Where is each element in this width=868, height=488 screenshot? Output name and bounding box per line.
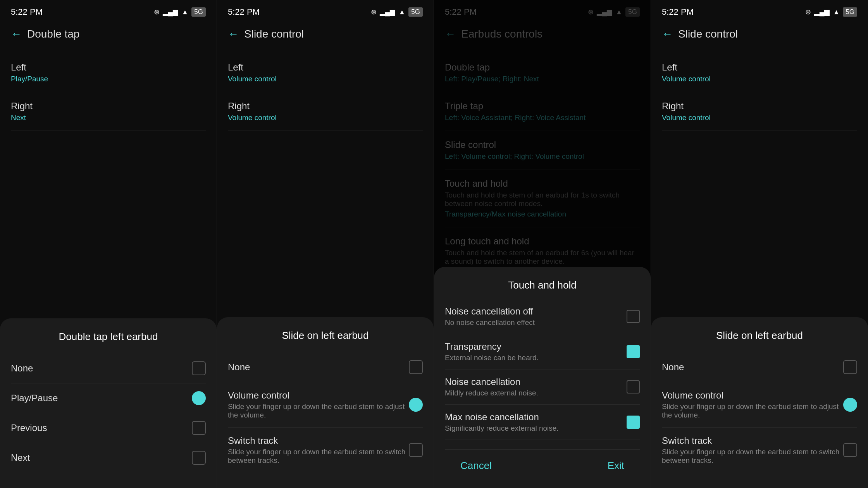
dialog-option-nc-off[interactable]: Noise cancellation off No noise cancella… — [445, 299, 640, 334]
option-label-volume-2: Volume control — [228, 390, 409, 401]
option-sub-switch-4: Slide your finger up or down the earbud … — [662, 448, 843, 465]
radio-volume-2[interactable] — [409, 398, 423, 412]
left-title-4: Left — [662, 62, 857, 73]
screen4: 5:22 PM ⊛ ▂▄▆ ▲ 5G ← Slide control Left … — [651, 0, 868, 488]
battery-label: 5G — [191, 7, 206, 17]
right-title-2: Right — [228, 101, 423, 112]
option-label-switch-4: Switch track — [662, 435, 843, 446]
option-switch-4[interactable]: Switch track Slide your finger up or dow… — [662, 428, 857, 473]
radio-switch-4[interactable] — [843, 443, 857, 457]
menu-item-right-1[interactable]: Right Next — [11, 92, 206, 131]
option-playpause-1[interactable]: Play/Pause — [11, 383, 206, 413]
max-nc-sub: Significantly reduce external noise. — [445, 424, 559, 433]
menu-item-right-2[interactable]: Right Volume control — [228, 92, 423, 131]
status-bar-4: 5:22 PM ⊛ ▂▄▆ ▲ 5G — [651, 0, 868, 22]
option-label-previous-1: Previous — [11, 423, 47, 433]
dialog-title-3: Touch and hold — [445, 279, 640, 291]
back-button-1[interactable]: ← — [11, 28, 22, 40]
right-title-4: Right — [662, 101, 857, 112]
screen2: 5:22 PM ⊛ ▂▄▆ ▲ 5G ← Slide control Left … — [217, 0, 434, 488]
time-1: 5:22 PM — [11, 7, 43, 17]
cancel-button[interactable]: Cancel — [445, 456, 507, 476]
header-4[interactable]: ← Slide control — [651, 22, 868, 50]
bluetooth-icon: ⊛ — [154, 8, 160, 16]
nc-label: Noise cancellation — [445, 376, 538, 387]
nc-sub: Mildly reduce external noise. — [445, 389, 538, 397]
signal-icon-4: ▂▄▆ — [814, 8, 830, 16]
bluetooth-icon-2: ⊛ — [371, 8, 377, 16]
menu-item-left-4[interactable]: Left Volume control — [662, 53, 857, 92]
touch-hold-dialog: Touch and hold Noise cancellation off No… — [434, 267, 651, 488]
option-previous-1[interactable]: Previous — [11, 413, 206, 443]
bottom-sheet-1: Double tap left earbud None Play/Pause P… — [0, 318, 217, 488]
radio-volume-4[interactable] — [843, 398, 857, 412]
bottom-sheet-2: Slide on left earbud None Volume control… — [217, 317, 434, 488]
status-bar-2: 5:22 PM ⊛ ▂▄▆ ▲ 5G — [217, 0, 434, 22]
right-subtitle-1: Next — [11, 113, 206, 122]
bottom-sheet-title-4: Slide on left earbud — [662, 330, 857, 342]
checkbox-max-nc[interactable] — [627, 416, 640, 429]
header-1[interactable]: ← Double tap — [0, 22, 217, 50]
menu-item-left-1[interactable]: Left Play/Pause — [11, 53, 206, 92]
transparency-sub: External noise can be heard. — [445, 354, 539, 362]
option-sub-switch-2: Slide your finger up or down the earbud … — [228, 448, 409, 465]
option-label-next-1: Next — [11, 452, 30, 463]
bluetooth-icon-4: ⊛ — [805, 8, 811, 16]
bottom-sheet-title-1: Double tap left earbud — [11, 331, 206, 343]
option-label-none-4: None — [662, 362, 684, 373]
option-label-playpause-1: Play/Pause — [11, 393, 58, 404]
option-none-1[interactable]: None — [11, 354, 206, 383]
exit-button[interactable]: Exit — [592, 456, 640, 476]
time-2: 5:22 PM — [228, 7, 260, 17]
header-2[interactable]: ← Slide control — [217, 22, 434, 50]
option-switch-2[interactable]: Switch track Slide your finger up or dow… — [228, 428, 423, 473]
option-label-none-2: None — [228, 362, 250, 373]
dialog-option-transparency[interactable]: Transparency External noise can be heard… — [445, 334, 640, 369]
status-icons-2: ⊛ ▂▄▆ ▲ 5G — [371, 7, 423, 17]
radio-next-1[interactable] — [192, 451, 206, 465]
back-button-4[interactable]: ← — [662, 28, 673, 40]
max-nc-label: Max noise cancellation — [445, 412, 559, 423]
status-icons-1: ⊛ ▂▄▆ ▲ 5G — [154, 7, 206, 17]
option-label-switch-2: Switch track — [228, 435, 409, 446]
dialog-option-nc[interactable]: Noise cancellation Mildly reduce externa… — [445, 369, 640, 405]
option-none-4[interactable]: None — [662, 352, 857, 382]
left-title-2: Left — [228, 62, 423, 73]
checkbox-nc[interactable] — [627, 380, 640, 393]
menu-item-left-2[interactable]: Left Volume control — [228, 53, 423, 92]
back-button-2[interactable]: ← — [228, 28, 239, 40]
radio-none-2[interactable] — [409, 360, 423, 374]
option-label-volume-4: Volume control — [662, 390, 843, 401]
option-volume-2[interactable]: Volume control Slide your finger up or d… — [228, 382, 423, 428]
radio-switch-2[interactable] — [409, 443, 423, 457]
status-bar-1: 5:22 PM ⊛ ▂▄▆ ▲ 5G — [0, 0, 217, 22]
right-subtitle-2: Volume control — [228, 113, 423, 122]
wifi-icon-4: ▲ — [833, 8, 840, 16]
screen-title-2: Slide control — [244, 28, 304, 40]
dialog-buttons-3: Cancel Exit — [445, 449, 640, 476]
checkbox-transparency[interactable] — [627, 345, 640, 358]
option-volume-4[interactable]: Volume control Slide your finger up or d… — [662, 382, 857, 428]
menu-item-right-4[interactable]: Right Volume control — [662, 92, 857, 131]
bottom-sheet-title-2: Slide on left earbud — [228, 330, 423, 342]
radio-playpause-1[interactable] — [192, 391, 206, 405]
screen3: 5:22 PM ⊛ ▂▄▆ ▲ 5G ← Earbuds controls Do… — [434, 0, 651, 488]
left-title-1: Left — [11, 62, 206, 73]
left-subtitle-1: Play/Pause — [11, 75, 206, 83]
radio-none-1[interactable] — [192, 361, 206, 375]
battery-label-4: 5G — [843, 7, 857, 17]
left-subtitle-2: Volume control — [228, 75, 423, 83]
signal-icon-2: ▂▄▆ — [380, 8, 396, 16]
option-none-2[interactable]: None — [228, 352, 423, 382]
checkbox-nc-off[interactable] — [627, 310, 640, 323]
radio-none-4[interactable] — [843, 360, 857, 374]
right-title-1: Right — [11, 101, 206, 112]
radio-previous-1[interactable] — [192, 421, 206, 435]
dialog-option-max-nc[interactable]: Max noise cancellation Significantly red… — [445, 405, 640, 440]
option-sub-volume-4: Slide your finger up or down the earbud … — [662, 402, 843, 419]
option-next-1[interactable]: Next — [11, 443, 206, 473]
screen1: 5:22 PM ⊛ ▂▄▆ ▲ 5G ← Double tap Left Pla… — [0, 0, 217, 488]
transparency-label: Transparency — [445, 341, 539, 352]
screen-title-4: Slide control — [678, 28, 738, 40]
nc-off-sub: No noise cancellation effect — [445, 318, 535, 327]
